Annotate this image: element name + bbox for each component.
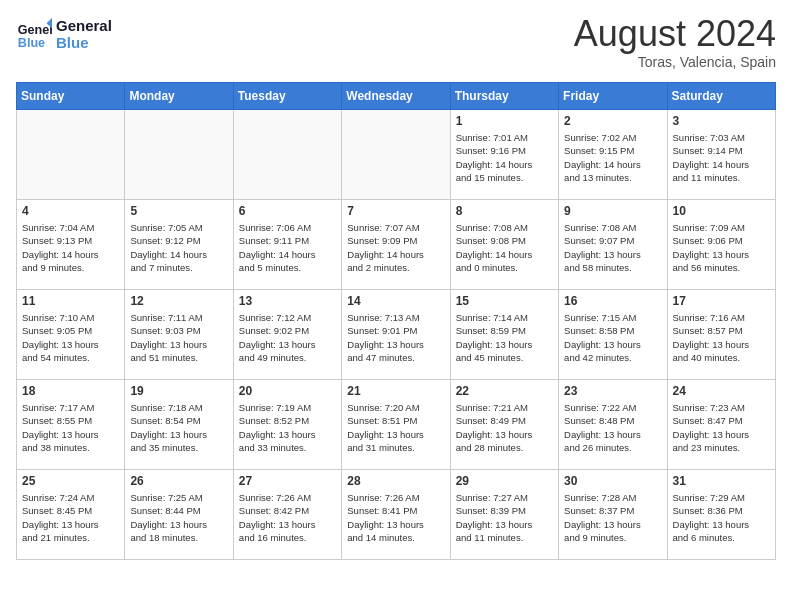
calendar-cell: 24Sunrise: 7:23 AM Sunset: 8:47 PM Dayli… xyxy=(667,380,775,470)
day-number: 24 xyxy=(673,384,770,398)
day-header-saturday: Saturday xyxy=(667,83,775,110)
day-info: Sunrise: 7:02 AM Sunset: 9:15 PM Dayligh… xyxy=(564,131,661,184)
calendar-cell: 6Sunrise: 7:06 AM Sunset: 9:11 PM Daylig… xyxy=(233,200,341,290)
day-info: Sunrise: 7:25 AM Sunset: 8:44 PM Dayligh… xyxy=(130,491,227,544)
day-info: Sunrise: 7:10 AM Sunset: 9:05 PM Dayligh… xyxy=(22,311,119,364)
day-info: Sunrise: 7:12 AM Sunset: 9:02 PM Dayligh… xyxy=(239,311,336,364)
day-info: Sunrise: 7:01 AM Sunset: 9:16 PM Dayligh… xyxy=(456,131,553,184)
page-header: General Blue General Blue August 2024 To… xyxy=(16,16,776,70)
day-info: Sunrise: 7:04 AM Sunset: 9:13 PM Dayligh… xyxy=(22,221,119,274)
day-number: 12 xyxy=(130,294,227,308)
calendar-cell: 12Sunrise: 7:11 AM Sunset: 9:03 PM Dayli… xyxy=(125,290,233,380)
day-number: 22 xyxy=(456,384,553,398)
calendar-cell: 4Sunrise: 7:04 AM Sunset: 9:13 PM Daylig… xyxy=(17,200,125,290)
day-info: Sunrise: 7:24 AM Sunset: 8:45 PM Dayligh… xyxy=(22,491,119,544)
day-header-sunday: Sunday xyxy=(17,83,125,110)
day-number: 21 xyxy=(347,384,444,398)
calendar-cell: 5Sunrise: 7:05 AM Sunset: 9:12 PM Daylig… xyxy=(125,200,233,290)
day-number: 7 xyxy=(347,204,444,218)
day-number: 13 xyxy=(239,294,336,308)
day-info: Sunrise: 7:16 AM Sunset: 8:57 PM Dayligh… xyxy=(673,311,770,364)
logo-line2: Blue xyxy=(56,34,112,51)
day-info: Sunrise: 7:06 AM Sunset: 9:11 PM Dayligh… xyxy=(239,221,336,274)
day-number: 4 xyxy=(22,204,119,218)
day-info: Sunrise: 7:21 AM Sunset: 8:49 PM Dayligh… xyxy=(456,401,553,454)
calendar-cell: 10Sunrise: 7:09 AM Sunset: 9:06 PM Dayli… xyxy=(667,200,775,290)
calendar-cell: 25Sunrise: 7:24 AM Sunset: 8:45 PM Dayli… xyxy=(17,470,125,560)
day-number: 15 xyxy=(456,294,553,308)
calendar-cell: 2Sunrise: 7:02 AM Sunset: 9:15 PM Daylig… xyxy=(559,110,667,200)
logo-line1: General xyxy=(56,17,112,34)
day-number: 26 xyxy=(130,474,227,488)
calendar-cell: 27Sunrise: 7:26 AM Sunset: 8:42 PM Dayli… xyxy=(233,470,341,560)
calendar-cell xyxy=(233,110,341,200)
calendar-cell: 28Sunrise: 7:26 AM Sunset: 8:41 PM Dayli… xyxy=(342,470,450,560)
day-number: 3 xyxy=(673,114,770,128)
day-number: 14 xyxy=(347,294,444,308)
day-number: 5 xyxy=(130,204,227,218)
day-info: Sunrise: 7:13 AM Sunset: 9:01 PM Dayligh… xyxy=(347,311,444,364)
day-info: Sunrise: 7:07 AM Sunset: 9:09 PM Dayligh… xyxy=(347,221,444,274)
day-info: Sunrise: 7:05 AM Sunset: 9:12 PM Dayligh… xyxy=(130,221,227,274)
calendar-cell xyxy=(17,110,125,200)
day-info: Sunrise: 7:23 AM Sunset: 8:47 PM Dayligh… xyxy=(673,401,770,454)
day-number: 1 xyxy=(456,114,553,128)
calendar-cell: 3Sunrise: 7:03 AM Sunset: 9:14 PM Daylig… xyxy=(667,110,775,200)
svg-text:Blue: Blue xyxy=(18,36,45,50)
day-info: Sunrise: 7:14 AM Sunset: 8:59 PM Dayligh… xyxy=(456,311,553,364)
calendar-cell: 23Sunrise: 7:22 AM Sunset: 8:48 PM Dayli… xyxy=(559,380,667,470)
day-info: Sunrise: 7:26 AM Sunset: 8:41 PM Dayligh… xyxy=(347,491,444,544)
day-info: Sunrise: 7:08 AM Sunset: 9:07 PM Dayligh… xyxy=(564,221,661,274)
day-info: Sunrise: 7:26 AM Sunset: 8:42 PM Dayligh… xyxy=(239,491,336,544)
day-info: Sunrise: 7:18 AM Sunset: 8:54 PM Dayligh… xyxy=(130,401,227,454)
calendar-cell: 7Sunrise: 7:07 AM Sunset: 9:09 PM Daylig… xyxy=(342,200,450,290)
title-block: August 2024 Toras, Valencia, Spain xyxy=(574,16,776,70)
calendar-cell: 15Sunrise: 7:14 AM Sunset: 8:59 PM Dayli… xyxy=(450,290,558,380)
day-number: 19 xyxy=(130,384,227,398)
day-info: Sunrise: 7:09 AM Sunset: 9:06 PM Dayligh… xyxy=(673,221,770,274)
day-info: Sunrise: 7:17 AM Sunset: 8:55 PM Dayligh… xyxy=(22,401,119,454)
day-number: 31 xyxy=(673,474,770,488)
day-info: Sunrise: 7:15 AM Sunset: 8:58 PM Dayligh… xyxy=(564,311,661,364)
calendar-cell: 18Sunrise: 7:17 AM Sunset: 8:55 PM Dayli… xyxy=(17,380,125,470)
logo: General Blue General Blue xyxy=(16,16,112,52)
day-info: Sunrise: 7:20 AM Sunset: 8:51 PM Dayligh… xyxy=(347,401,444,454)
calendar-cell: 26Sunrise: 7:25 AM Sunset: 8:44 PM Dayli… xyxy=(125,470,233,560)
calendar-cell: 16Sunrise: 7:15 AM Sunset: 8:58 PM Dayli… xyxy=(559,290,667,380)
calendar-cell: 9Sunrise: 7:08 AM Sunset: 9:07 PM Daylig… xyxy=(559,200,667,290)
day-info: Sunrise: 7:29 AM Sunset: 8:36 PM Dayligh… xyxy=(673,491,770,544)
day-header-tuesday: Tuesday xyxy=(233,83,341,110)
calendar-cell: 19Sunrise: 7:18 AM Sunset: 8:54 PM Dayli… xyxy=(125,380,233,470)
calendar-cell: 13Sunrise: 7:12 AM Sunset: 9:02 PM Dayli… xyxy=(233,290,341,380)
calendar-table: SundayMondayTuesdayWednesdayThursdayFrid… xyxy=(16,82,776,560)
calendar-cell: 14Sunrise: 7:13 AM Sunset: 9:01 PM Dayli… xyxy=(342,290,450,380)
calendar-cell: 11Sunrise: 7:10 AM Sunset: 9:05 PM Dayli… xyxy=(17,290,125,380)
day-number: 27 xyxy=(239,474,336,488)
day-number: 9 xyxy=(564,204,661,218)
day-header-monday: Monday xyxy=(125,83,233,110)
day-number: 6 xyxy=(239,204,336,218)
calendar-cell: 20Sunrise: 7:19 AM Sunset: 8:52 PM Dayli… xyxy=(233,380,341,470)
month-title: August 2024 xyxy=(574,16,776,52)
day-number: 29 xyxy=(456,474,553,488)
calendar-cell: 29Sunrise: 7:27 AM Sunset: 8:39 PM Dayli… xyxy=(450,470,558,560)
day-number: 16 xyxy=(564,294,661,308)
day-info: Sunrise: 7:28 AM Sunset: 8:37 PM Dayligh… xyxy=(564,491,661,544)
day-header-wednesday: Wednesday xyxy=(342,83,450,110)
calendar-cell: 8Sunrise: 7:08 AM Sunset: 9:08 PM Daylig… xyxy=(450,200,558,290)
day-info: Sunrise: 7:08 AM Sunset: 9:08 PM Dayligh… xyxy=(456,221,553,274)
day-number: 28 xyxy=(347,474,444,488)
day-number: 2 xyxy=(564,114,661,128)
day-info: Sunrise: 7:27 AM Sunset: 8:39 PM Dayligh… xyxy=(456,491,553,544)
day-number: 18 xyxy=(22,384,119,398)
day-number: 11 xyxy=(22,294,119,308)
day-header-thursday: Thursday xyxy=(450,83,558,110)
day-number: 30 xyxy=(564,474,661,488)
calendar-cell: 1Sunrise: 7:01 AM Sunset: 9:16 PM Daylig… xyxy=(450,110,558,200)
calendar-cell: 30Sunrise: 7:28 AM Sunset: 8:37 PM Dayli… xyxy=(559,470,667,560)
day-number: 23 xyxy=(564,384,661,398)
calendar-cell: 21Sunrise: 7:20 AM Sunset: 8:51 PM Dayli… xyxy=(342,380,450,470)
logo-icon: General Blue xyxy=(16,16,52,52)
day-number: 10 xyxy=(673,204,770,218)
day-number: 20 xyxy=(239,384,336,398)
